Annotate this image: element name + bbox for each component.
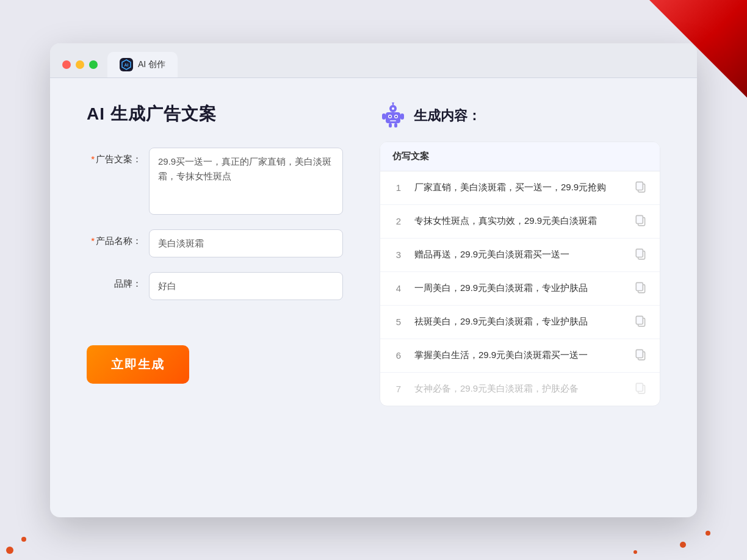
svg-text:AI: AI bbox=[125, 63, 129, 67]
required-star-1: * bbox=[91, 154, 95, 164]
result-num: 4 bbox=[392, 283, 405, 293]
svg-rect-21 bbox=[636, 249, 643, 257]
results-container: 1厂家直销，美白淡斑霜，买一送一，29.9元抢购 2专抹女性斑点，真实功效，29… bbox=[380, 171, 660, 406]
svg-rect-15 bbox=[394, 123, 397, 127]
svg-rect-29 bbox=[636, 383, 643, 391]
copy-icon[interactable] bbox=[634, 281, 648, 296]
copy-icon[interactable] bbox=[634, 314, 648, 330]
svg-rect-27 bbox=[636, 350, 643, 357]
svg-point-3 bbox=[392, 107, 394, 110]
generate-button[interactable]: 立即生成 bbox=[87, 345, 189, 384]
result-table-header: 仿写文案 bbox=[380, 142, 660, 171]
ad-copy-input[interactable]: 29.9买一送一，真正的厂家直销，美白淡斑霜，专抹女性斑点 bbox=[149, 148, 343, 215]
window-controls bbox=[62, 60, 98, 77]
browser-window: AI AI 创作 AI 生成广告文案 *广告文案： 29.9买一送一，真正的厂家… bbox=[50, 43, 697, 517]
svg-rect-23 bbox=[636, 282, 643, 290]
product-name-label: *产品名称： bbox=[87, 229, 142, 247]
result-num: 2 bbox=[392, 216, 405, 226]
result-header: 生成内容： bbox=[380, 102, 660, 129]
svg-rect-14 bbox=[389, 123, 392, 127]
right-panel: 生成内容： 仿写文案 1厂家直销，美白淡斑霜，买一送一，29.9元抢购 2专抹女… bbox=[380, 102, 660, 493]
copy-icon[interactable] bbox=[634, 180, 648, 196]
robot-icon bbox=[380, 102, 406, 129]
result-num: 1 bbox=[392, 182, 405, 193]
result-num: 3 bbox=[392, 249, 405, 260]
maximize-button[interactable] bbox=[89, 60, 98, 69]
brand-input[interactable] bbox=[149, 272, 343, 300]
svg-rect-17 bbox=[636, 182, 643, 190]
decorative-corner-bl bbox=[0, 523, 37, 560]
svg-rect-19 bbox=[636, 215, 643, 223]
svg-point-5 bbox=[392, 102, 394, 104]
svg-rect-11 bbox=[390, 120, 396, 121]
decorative-dot-1 bbox=[680, 542, 686, 548]
browser-titlebar: AI AI 创作 bbox=[50, 43, 697, 78]
brand-group: 品牌： bbox=[87, 272, 343, 300]
result-row: 1厂家直销，美白淡斑霜，买一送一，29.9元抢购 bbox=[380, 171, 660, 205]
tab-label: AI 创作 bbox=[138, 59, 165, 70]
ad-copy-group: *广告文案： 29.9买一送一，真正的厂家直销，美白淡斑霜，专抹女性斑点 bbox=[87, 148, 343, 215]
result-row: 2专抹女性斑点，真实功效，29.9元美白淡斑霜 bbox=[380, 205, 660, 239]
close-button[interactable] bbox=[62, 60, 71, 69]
result-row: 7女神必备，29.9元美白淡斑霜，护肤必备 bbox=[380, 373, 660, 406]
svg-rect-12 bbox=[382, 113, 386, 120]
copy-icon[interactable] bbox=[634, 348, 648, 364]
svg-point-9 bbox=[389, 115, 391, 117]
page-title: AI 生成广告文案 bbox=[87, 102, 343, 126]
result-row: 4一周美白，29.9元美白淡斑霜，专业护肤品 bbox=[380, 272, 660, 306]
svg-point-10 bbox=[395, 115, 397, 117]
decorative-dot-2 bbox=[706, 531, 710, 536]
product-name-group: *产品名称： bbox=[87, 229, 343, 257]
svg-rect-6 bbox=[386, 112, 400, 123]
product-name-input[interactable] bbox=[149, 229, 343, 257]
result-text: 掌握美白生活，29.9元美白淡斑霜买一送一 bbox=[414, 348, 624, 362]
result-text: 女神必备，29.9元美白淡斑霜，护肤必备 bbox=[414, 382, 624, 396]
result-text: 祛斑美白，29.9元美白淡斑霜，专业护肤品 bbox=[414, 315, 624, 329]
result-text: 一周美白，29.9元美白淡斑霜，专业护肤品 bbox=[414, 281, 624, 295]
result-row: 3赠品再送，29.9元美白淡斑霜买一送一 bbox=[380, 239, 660, 272]
result-num: 7 bbox=[392, 384, 405, 394]
copy-icon[interactable] bbox=[634, 214, 648, 229]
result-title: 生成内容： bbox=[414, 107, 481, 125]
result-row: 6掌握美白生活，29.9元美白淡斑霜买一送一 bbox=[380, 339, 660, 373]
minimize-button[interactable] bbox=[76, 60, 84, 69]
brand-label: 品牌： bbox=[87, 272, 142, 290]
tab-ai-icon: AI bbox=[120, 58, 133, 71]
result-text: 赠品再送，29.9元美白淡斑霜买一送一 bbox=[414, 248, 624, 262]
copy-icon[interactable] bbox=[634, 381, 648, 397]
result-row: 5祛斑美白，29.9元美白淡斑霜，专业护肤品 bbox=[380, 306, 660, 339]
result-table: 仿写文案 1厂家直销，美白淡斑霜，买一送一，29.9元抢购 2专抹女性斑点，真实… bbox=[380, 142, 660, 406]
decorative-dot-3 bbox=[633, 550, 637, 554]
required-star-2: * bbox=[91, 235, 95, 246]
result-text: 厂家直销，美白淡斑霜，买一送一，29.9元抢购 bbox=[414, 181, 624, 195]
svg-rect-13 bbox=[400, 113, 404, 120]
svg-rect-25 bbox=[636, 316, 643, 324]
result-num: 6 bbox=[392, 350, 405, 361]
browser-content: AI 生成广告文案 *广告文案： 29.9买一送一，真正的厂家直销，美白淡斑霜，… bbox=[50, 78, 697, 517]
active-tab[interactable]: AI AI 创作 bbox=[107, 52, 178, 77]
left-panel: AI 生成广告文案 *广告文案： 29.9买一送一，真正的厂家直销，美白淡斑霜，… bbox=[87, 102, 343, 493]
copy-icon[interactable] bbox=[634, 247, 648, 263]
result-text: 专抹女性斑点，真实功效，29.9元美白淡斑霜 bbox=[414, 214, 624, 228]
ai-hex-svg: AI bbox=[121, 59, 132, 70]
result-num: 5 bbox=[392, 317, 405, 327]
ad-copy-label: *广告文案： bbox=[87, 148, 142, 165]
